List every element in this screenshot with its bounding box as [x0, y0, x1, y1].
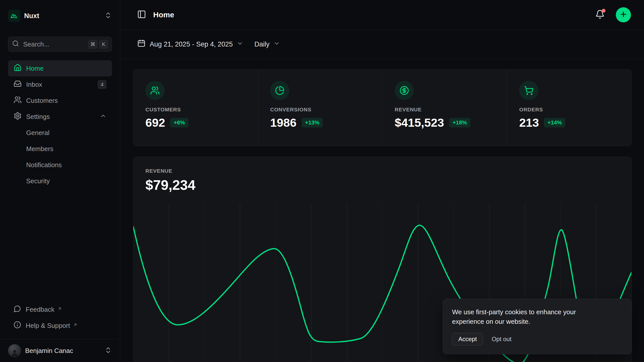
stat-delta-badge: +13% — [302, 118, 323, 127]
stat-delta-badge: +6% — [170, 118, 188, 127]
stat-label: REVENUE — [395, 107, 422, 113]
optout-cookies-button[interactable]: Opt out — [492, 333, 511, 345]
shopping-cart-icon — [519, 81, 538, 100]
chevron-down-icon — [273, 40, 280, 49]
workspace-selector[interactable]: Nuxt — [8, 8, 112, 24]
stat-card-customers[interactable]: CUSTOMERS 692 +6% — [133, 69, 258, 146]
page-title: Home — [153, 11, 174, 19]
sidebar-item-label: Notifications — [26, 161, 62, 169]
sidebar-item-label: Settings — [26, 113, 50, 121]
add-button[interactable] — [616, 7, 631, 22]
granularity-value: Daily — [254, 40, 269, 48]
sidebar-item-label: Inbox — [26, 81, 42, 88]
revenue-chart-label: REVENUE — [145, 168, 619, 174]
sidebar-item-members[interactable]: Members — [8, 141, 112, 157]
dollar-circle-icon — [395, 81, 414, 100]
chevron-up-down-icon — [104, 12, 112, 20]
stat-delta-badge: +14% — [544, 118, 565, 127]
stats-row: CUSTOMERS 692 +6% CONVERSIONS 1986 +13% — [133, 69, 632, 146]
sidebar-footer: Feedback Help & Support — [8, 301, 112, 339]
filters-bar: Aug 21, 2025 - Sep 4, 2025 Daily — [120, 30, 644, 59]
panel-left-icon — [137, 10, 146, 20]
inbox-count-badge: 4 — [98, 80, 106, 89]
avatar — [8, 344, 21, 357]
stat-value: 692 — [145, 116, 165, 129]
header-actions — [595, 7, 631, 22]
kbd-meta: ⌘ — [88, 40, 97, 49]
sidebar-item-label: Customers — [26, 97, 58, 105]
plus-icon — [619, 10, 627, 19]
workspace-name: Nuxt — [24, 12, 39, 20]
kbd-k: K — [99, 40, 108, 49]
stat-value: 213 — [519, 116, 539, 129]
cookie-message: We use first-party cookies to enhance yo… — [452, 307, 603, 326]
calendar-icon — [137, 39, 146, 50]
chevron-up-icon — [100, 113, 106, 121]
stat-label: ORDERS — [519, 107, 543, 113]
revenue-chart-value: $79,234 — [145, 177, 619, 193]
notification-dot — [602, 9, 606, 13]
help-support-label: Help & Support — [26, 322, 70, 330]
sidebar-item-customers[interactable]: Customers — [8, 93, 112, 109]
stat-value: $415,523 — [395, 116, 444, 129]
stat-card-conversions[interactable]: CONVERSIONS 1986 +13% — [258, 69, 382, 146]
users-icon — [145, 81, 165, 100]
sidebar-item-notifications[interactable]: Notifications — [8, 157, 112, 173]
external-link-icon — [73, 321, 77, 329]
sidebar-item-label: Members — [26, 145, 53, 153]
search-placeholder: Search... — [23, 40, 49, 48]
stat-label: CUSTOMERS — [145, 107, 181, 113]
cookie-actions: Accept Opt out — [452, 333, 623, 345]
notifications-button[interactable] — [595, 10, 605, 20]
chat-bubble-icon — [14, 305, 21, 314]
user-name: Benjamin Canac — [25, 347, 73, 355]
granularity-select[interactable]: Daily — [254, 40, 280, 49]
nuxt-logo-icon — [8, 10, 20, 22]
app-root: Nuxt Search... ⌘ K Home — [0, 0, 644, 362]
chevron-up-down-icon — [104, 346, 112, 355]
inbox-icon — [14, 80, 22, 89]
feedback-label: Feedback — [26, 306, 54, 313]
help-support-link[interactable]: Help & Support — [8, 318, 112, 334]
gear-icon — [14, 112, 22, 122]
search-input[interactable]: Search... ⌘ K — [8, 37, 112, 52]
stat-value: 1986 — [270, 116, 297, 129]
home-icon — [14, 64, 22, 73]
users-icon — [14, 96, 22, 106]
sidebar-item-label: Home — [26, 65, 44, 72]
date-range-value: Aug 21, 2025 - Sep 4, 2025 — [150, 40, 233, 48]
stat-label: CONVERSIONS — [270, 107, 311, 113]
accept-cookies-button[interactable]: Accept — [452, 333, 483, 345]
external-link-icon — [57, 305, 62, 313]
sidebar-nav: Home Inbox 4 Customers Settings — [8, 60, 112, 189]
sidebar-toggle-button[interactable] — [137, 10, 146, 20]
sidebar: Nuxt Search... ⌘ K Home — [0, 0, 120, 362]
user-menu[interactable]: Benjamin Canac — [0, 339, 120, 362]
date-range-picker[interactable]: Aug 21, 2025 - Sep 4, 2025 — [137, 39, 243, 50]
search-icon — [12, 40, 19, 49]
cookie-consent-toast: We use first-party cookies to enhance yo… — [443, 299, 632, 354]
pie-chart-icon — [270, 81, 289, 100]
sidebar-item-home[interactable]: Home — [8, 60, 112, 76]
stat-delta-badge: +18% — [449, 118, 470, 127]
sidebar-item-general[interactable]: General — [8, 125, 112, 141]
sidebar-item-settings[interactable]: Settings — [8, 109, 112, 125]
sidebar-item-label: Security — [26, 177, 50, 185]
top-header: Home — [120, 0, 644, 30]
info-circle-icon — [14, 321, 21, 330]
sidebar-item-label: General — [26, 129, 50, 137]
feedback-link[interactable]: Feedback — [8, 301, 112, 318]
chevron-down-icon — [237, 40, 243, 49]
stat-card-orders[interactable]: ORDERS 213 +14% — [507, 69, 631, 146]
search-shortcut: ⌘ K — [88, 40, 108, 49]
sidebar-item-security[interactable]: Security — [8, 173, 112, 189]
sidebar-item-inbox[interactable]: Inbox 4 — [8, 76, 112, 93]
stat-card-revenue[interactable]: REVENUE $415,523 +18% — [382, 69, 507, 146]
